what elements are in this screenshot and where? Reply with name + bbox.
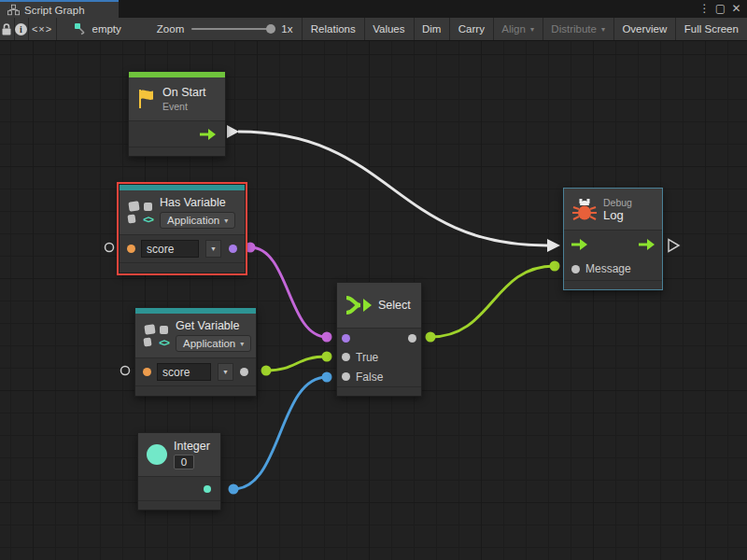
- port-label: Message: [585, 262, 631, 275]
- node-header: Debug Log: [564, 189, 662, 230]
- port-row: score ▼: [135, 357, 256, 385]
- code-toggle-icon: <×>: [32, 23, 52, 35]
- unconnected-flow-output[interactable]: [669, 240, 679, 252]
- dim-button[interactable]: Dim: [414, 18, 449, 40]
- selection-breadcrumb[interactable]: empty: [64, 18, 131, 40]
- tab-script-graph[interactable]: Script Graph: [0, 0, 119, 18]
- zoom-slider[interactable]: [191, 28, 274, 30]
- chevron-down-icon: ▼: [210, 245, 217, 252]
- port-row: [337, 328, 421, 347]
- zoom-label: Zoom: [157, 23, 184, 35]
- message-input-port[interactable]: [571, 265, 580, 273]
- integer-value-field[interactable]: 0: [174, 455, 194, 469]
- port-label: True: [356, 351, 378, 364]
- node-integer[interactable]: Integer 0: [137, 432, 221, 511]
- chevron-down-icon: ▾: [240, 340, 244, 348]
- flow-output-arrow: [227, 125, 239, 138]
- node-footer: [135, 385, 256, 396]
- wire-end-dot[interactable]: [426, 332, 436, 343]
- window-menu-icon[interactable]: ⋮: [698, 1, 712, 17]
- node-title: Get Variable: [176, 319, 251, 332]
- close-icon[interactable]: ✕: [729, 1, 743, 17]
- true-input-port[interactable]: [342, 353, 350, 361]
- graph-icon: [7, 4, 20, 16]
- node-category: Debug: [603, 197, 632, 208]
- overview-button[interactable]: Overview: [613, 18, 675, 40]
- relations-button[interactable]: Relations: [303, 18, 364, 40]
- flow-output-port[interactable]: [639, 239, 655, 250]
- value-output-port[interactable]: [204, 485, 211, 493]
- wire-hasvariable-to-select[interactable]: [250, 247, 327, 337]
- value-output-port[interactable]: [240, 368, 248, 376]
- tab-title: Script Graph: [24, 5, 85, 16]
- false-input-port[interactable]: [342, 372, 350, 381]
- wire-getvariable-to-select-true[interactable]: [266, 357, 327, 371]
- chevron-down-icon: ▾: [224, 217, 228, 225]
- values-button[interactable]: Values: [364, 18, 413, 40]
- wire-select-to-log-message[interactable]: [430, 266, 555, 337]
- variable-scope-dropdown[interactable]: Application ▾: [176, 335, 251, 352]
- node-title: On Start: [162, 86, 206, 99]
- name-input-port[interactable]: [127, 245, 135, 253]
- flow-input-port[interactable]: [571, 239, 587, 250]
- select-merge-icon: [345, 295, 372, 315]
- node-header: <> Has Variable Application ▾: [120, 190, 245, 234]
- variable-picker-button[interactable]: ▼: [218, 363, 233, 381]
- variable-name-field[interactable]: score: [157, 363, 211, 381]
- wire-end-dot[interactable]: [261, 366, 272, 376]
- port-row: score ▼: [120, 234, 245, 262]
- name-input-port[interactable]: [143, 368, 151, 376]
- breadcrumb-label: empty: [92, 23, 121, 35]
- condition-input-port[interactable]: [342, 334, 350, 343]
- lock-button[interactable]: [0, 18, 14, 40]
- wire-end-dot[interactable]: [229, 484, 239, 495]
- wire-end-dot[interactable]: [246, 243, 256, 253]
- node-title: Integer: [174, 440, 210, 453]
- node-footer: [138, 500, 220, 510]
- graph-canvas[interactable]: On Start Event <> Has Variable: [0, 41, 747, 560]
- node-footer: [564, 280, 662, 289]
- scope-label: Application: [183, 338, 235, 349]
- info-button[interactable]: i: [14, 18, 28, 40]
- node-has-variable[interactable]: <> Has Variable Application ▾ score ▼: [119, 184, 246, 273]
- variable-picker-button[interactable]: ▼: [205, 240, 221, 258]
- result-output-port[interactable]: [229, 245, 237, 253]
- node-on-start[interactable]: On Start Event: [128, 71, 226, 157]
- selection-cursor-icon: [74, 22, 87, 35]
- node-subtitle: Event: [162, 101, 206, 112]
- zoom-control: Zoom 1x: [148, 18, 303, 40]
- unconnected-port-hotspot[interactable]: [106, 244, 114, 252]
- node-get-variable[interactable]: <> Get Variable Application ▾ score ▼: [134, 307, 257, 397]
- lock-icon: [1, 23, 12, 35]
- fullscreen-button[interactable]: Full Screen: [676, 18, 747, 40]
- node-header: Select: [337, 283, 421, 328]
- align-label: Align: [501, 23, 526, 35]
- wire-end-dot[interactable]: [322, 372, 332, 383]
- wire-onstart-to-log[interactable]: [238, 132, 547, 245]
- node-footer: [337, 386, 421, 396]
- flow-output-port[interactable]: [200, 129, 216, 140]
- zoom-value: 1x: [281, 23, 292, 35]
- unconnected-port-hotspot[interactable]: [121, 367, 130, 375]
- carry-button[interactable]: Carry: [450, 18, 493, 40]
- node-title: Select: [378, 299, 411, 312]
- wire-end-dot[interactable]: [322, 352, 332, 362]
- wire-end-dot[interactable]: [550, 261, 560, 272]
- chevron-down-icon: ▾: [601, 25, 605, 34]
- variable-scope-dropdown[interactable]: Application ▾: [160, 212, 235, 229]
- maximize-icon[interactable]: ▢: [713, 1, 727, 17]
- distribute-dropdown: Distribute ▾: [543, 18, 613, 40]
- selection-output-port[interactable]: [408, 334, 416, 343]
- wire-end-dot[interactable]: [322, 332, 332, 343]
- node-select[interactable]: Select True False: [336, 282, 422, 397]
- port-row: [129, 120, 225, 147]
- port-label: False: [356, 371, 383, 384]
- flow-input-arrow: [547, 239, 560, 252]
- code-toggle-button[interactable]: <×>: [28, 18, 56, 40]
- node-debug-log[interactable]: Debug Log Message: [563, 188, 663, 290]
- graph-toolbar: i <×> empty Zoom 1x Relations Values Dim…: [0, 18, 747, 41]
- variables-icon: <>: [144, 325, 169, 346]
- zoom-slider-handle[interactable]: [266, 24, 275, 34]
- port-row: [138, 476, 220, 500]
- variable-name-field[interactable]: score: [141, 240, 199, 258]
